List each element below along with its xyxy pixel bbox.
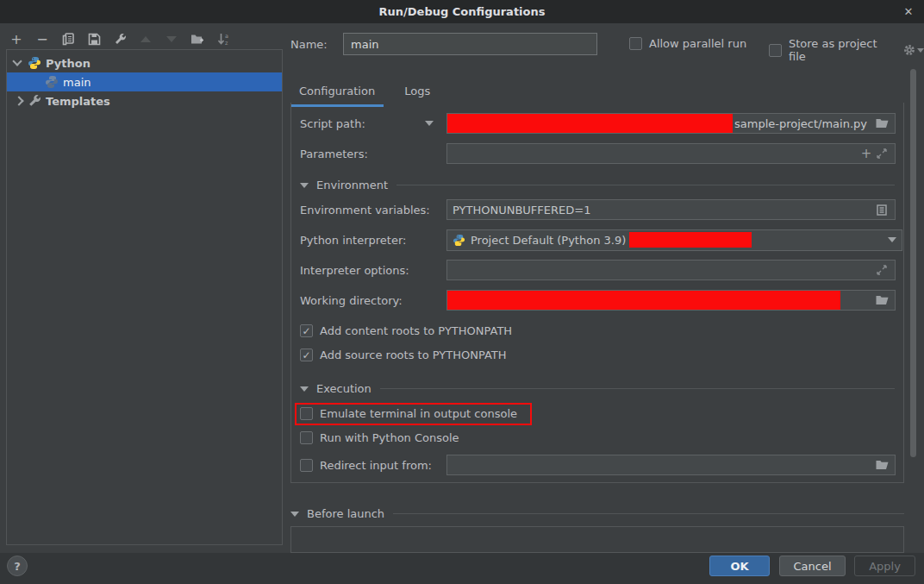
- interpreter-options-field[interactable]: [446, 260, 896, 280]
- python-icon: [453, 234, 465, 247]
- allow-parallel-run-checkbox[interactable]: Allow parallel run: [629, 37, 746, 50]
- copy-icon: [62, 33, 75, 46]
- minus-icon: −: [36, 31, 47, 47]
- section-execution[interactable]: Execution: [300, 382, 895, 395]
- save-configuration-button[interactable]: [86, 31, 102, 47]
- tree-item-label: main: [63, 76, 91, 89]
- interpreter-combobox[interactable]: Project Default (Python 3.9): [446, 229, 902, 251]
- checkbox-checked-icon: ✓: [300, 324, 313, 337]
- close-icon[interactable]: ✕: [900, 3, 917, 20]
- help-button[interactable]: ?: [7, 556, 28, 576]
- chevron-down-icon[interactable]: [12, 56, 22, 66]
- section-title: Before launch: [307, 507, 384, 520]
- sort-configurations-button[interactable]: az: [215, 31, 231, 47]
- macros-plus-icon[interactable]: +: [858, 147, 874, 160]
- add-source-roots-label: Add source roots to PYTHONPATH: [320, 349, 507, 361]
- configurations-toolbar: + − az: [9, 28, 231, 49]
- section-environment[interactable]: Environment: [300, 179, 895, 192]
- redirect-input-label: Redirect input from:: [320, 459, 432, 472]
- store-as-project-file-checkbox[interactable]: Store as project file: [769, 37, 924, 63]
- collapse-icon: [290, 512, 299, 517]
- configurations-tree: Python main Templates: [6, 49, 283, 545]
- redirect-input-checkbox[interactable]: Redirect input from:: [300, 459, 432, 472]
- interpreter-options-row: Interpreter options:: [291, 260, 903, 280]
- arrow-down-icon: [166, 36, 177, 42]
- checkbox-icon: [300, 407, 313, 420]
- edit-templates-button[interactable]: [112, 31, 128, 47]
- parameters-field[interactable]: +: [446, 143, 896, 164]
- remove-configuration-button[interactable]: −: [34, 31, 50, 47]
- chevron-down-icon: [917, 48, 924, 53]
- copy-configuration-button[interactable]: [60, 31, 76, 47]
- move-up-button[interactable]: [138, 31, 153, 47]
- name-label: Name:: [290, 38, 328, 51]
- target-type-dropdown-icon[interactable]: [425, 121, 434, 126]
- allow-parallel-run-label: Allow parallel run: [649, 37, 746, 50]
- move-down-button[interactable]: [164, 31, 179, 47]
- store-options-button[interactable]: [903, 44, 924, 56]
- run-python-console-checkbox[interactable]: Run with Python Console: [300, 431, 459, 444]
- python-icon: [28, 56, 41, 70]
- before-launch-task-list[interactable]: [290, 526, 904, 553]
- python-icon: [45, 75, 59, 89]
- configuration-form: Script path: sample-project/main.py Para…: [290, 103, 904, 483]
- script-path-field[interactable]: sample-project/main.py: [446, 113, 896, 134]
- emulate-terminal-label: Emulate terminal in output console: [320, 407, 517, 420]
- checkbox-icon: [629, 37, 642, 50]
- redacted-block: [447, 291, 840, 310]
- checkbox-checked-icon: ✓: [300, 349, 313, 361]
- add-configuration-button[interactable]: +: [9, 31, 24, 47]
- checkbox-icon: [300, 459, 313, 472]
- redirect-input-field[interactable]: [446, 455, 896, 475]
- add-source-roots-checkbox[interactable]: ✓ Add source roots to PYTHONPATH: [300, 349, 507, 361]
- env-vars-label: Environment variables:: [300, 204, 430, 217]
- tree-item-python[interactable]: Python: [7, 53, 282, 72]
- working-directory-label: Working directory:: [300, 294, 403, 307]
- section-before-launch[interactable]: Before launch: [290, 507, 904, 520]
- sort-az-icon: az: [217, 33, 230, 46]
- browse-folder-icon[interactable]: [874, 116, 890, 130]
- interpreter-options-label: Interpreter options:: [300, 264, 409, 277]
- vertical-scrollbar[interactable]: [910, 69, 916, 457]
- new-folder-button[interactable]: [190, 31, 205, 47]
- tree-item-main[interactable]: main: [7, 72, 282, 91]
- browse-folder-icon[interactable]: [874, 458, 890, 472]
- emulate-terminal-checkbox[interactable]: Emulate terminal in output console: [300, 407, 517, 420]
- plus-icon: +: [10, 31, 22, 47]
- tree-item-templates[interactable]: Templates: [7, 91, 282, 110]
- script-path-row: Script path: sample-project/main.py: [291, 113, 903, 134]
- env-vars-row: Environment variables: PYTHONUNBUFFERED=…: [291, 199, 903, 220]
- name-input[interactable]: [343, 33, 597, 55]
- tree-item-label: Python: [46, 57, 91, 70]
- script-path-value: sample-project/main.py: [734, 117, 867, 130]
- redacted-block: [447, 114, 733, 133]
- working-directory-field[interactable]: [446, 290, 896, 311]
- save-icon: [88, 33, 101, 46]
- svg-text:z: z: [225, 39, 228, 46]
- cancel-button[interactable]: Cancel: [779, 556, 846, 576]
- checkbox-icon: [769, 44, 782, 57]
- browse-folder-icon[interactable]: [874, 293, 890, 307]
- expand-field-icon[interactable]: [874, 147, 890, 160]
- gear-icon: [903, 44, 915, 56]
- wrench-icon: [28, 94, 41, 108]
- apply-button[interactable]: Apply: [854, 556, 915, 576]
- folder-plus-icon: [190, 33, 204, 45]
- browse-env-vars-icon[interactable]: [874, 203, 890, 217]
- section-title: Environment: [316, 179, 388, 192]
- redacted-block: [629, 232, 752, 248]
- ok-button[interactable]: OK: [709, 556, 770, 576]
- collapse-icon: [300, 386, 309, 392]
- env-vars-field[interactable]: PYTHONUNBUFFERED=1: [446, 199, 896, 220]
- redirect-input-row: Redirect input from:: [291, 455, 903, 475]
- add-content-roots-checkbox[interactable]: ✓ Add content roots to PYTHONPATH: [300, 324, 512, 337]
- interpreter-label: Python interpreter:: [300, 234, 406, 247]
- expand-field-icon[interactable]: [874, 263, 890, 277]
- parameters-row: Parameters: +: [291, 143, 903, 164]
- env-vars-value: PYTHONUNBUFFERED=1: [453, 204, 590, 217]
- chevron-right-icon[interactable]: [14, 96, 23, 105]
- parameters-label: Parameters:: [300, 148, 368, 160]
- dialog-titlebar: Run/Debug Configurations ✕: [0, 0, 924, 23]
- collapse-icon: [300, 183, 309, 188]
- combo-dropdown-icon[interactable]: [888, 237, 896, 242]
